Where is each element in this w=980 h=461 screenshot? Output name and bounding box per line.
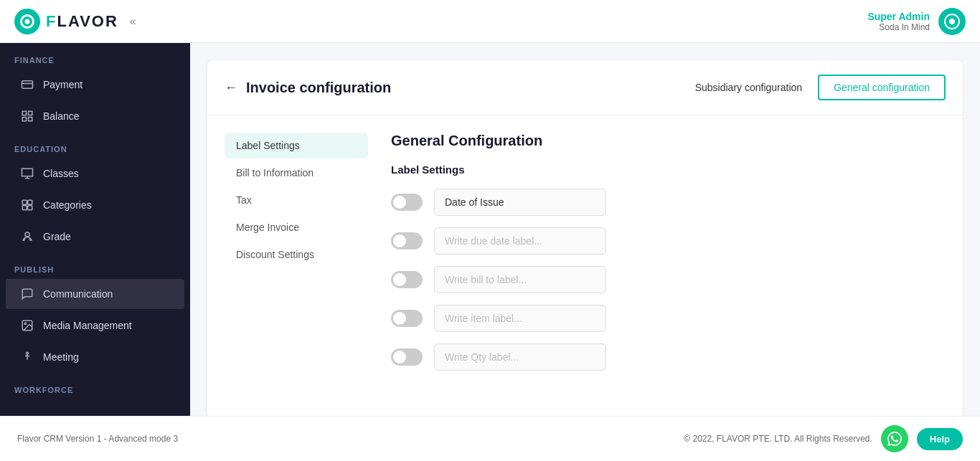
avatar xyxy=(938,8,966,35)
sidebar-item-grade-label: Grade xyxy=(43,231,71,242)
content-title: General Configuration xyxy=(391,133,946,149)
logo: FLAVOR xyxy=(14,9,118,34)
sidebar-item-meeting-label: Meeting xyxy=(43,351,79,363)
navbar-right: Super Admin Soda In Mind xyxy=(867,8,966,35)
input-qty[interactable] xyxy=(434,343,606,371)
svg-rect-4 xyxy=(22,118,26,121)
sidebar-item-classes-label: Classes xyxy=(43,168,79,179)
svg-rect-7 xyxy=(28,200,32,204)
section-label: Label Settings xyxy=(391,163,946,176)
svg-rect-2 xyxy=(22,111,26,115)
user-info: Super Admin Soda In Mind xyxy=(867,11,930,32)
page-title: Invoice configuration xyxy=(246,80,391,96)
toggle-qty[interactable] xyxy=(391,348,423,366)
config-header: ← Invoice configuration Subsidiary confi… xyxy=(207,60,963,115)
footer: Flavor CRM Version 1 - Advanced mode 3 ©… xyxy=(0,416,980,461)
sidebar-item-categories[interactable]: Categories xyxy=(6,190,184,220)
user-name: Super Admin xyxy=(867,11,930,22)
toggle-date-of-issue[interactable] xyxy=(391,194,423,211)
sidebar-item-balance[interactable]: Balance xyxy=(6,101,184,131)
toggle-bill-to[interactable] xyxy=(391,271,423,288)
svg-rect-0 xyxy=(22,81,33,89)
sidebar-item-balance-label: Balance xyxy=(43,110,80,122)
sidebar-item-meeting[interactable]: Meeting xyxy=(6,342,184,372)
config-content: General Configuration Label Settings xyxy=(368,133,946,382)
tab-general[interactable]: General configuration xyxy=(818,75,946,100)
navbar: FLAVOR « Super Admin Soda In Mind xyxy=(0,0,980,43)
back-button[interactable]: ← xyxy=(225,80,237,95)
sidebar-item-payment[interactable]: Payment xyxy=(6,70,184,100)
toggle-row-item xyxy=(391,305,946,332)
nav-item-merge-invoice[interactable]: Merge Invoice xyxy=(225,214,368,240)
tab-subsidiary[interactable]: Subsidiary configuration xyxy=(679,75,818,100)
config-card: ← Invoice configuration Subsidiary confi… xyxy=(207,60,963,416)
footer-right: © 2022, FLAVOR PTE. LTD. All Rights Rese… xyxy=(684,425,963,452)
svg-point-15 xyxy=(27,352,29,354)
help-button[interactable]: Help xyxy=(917,428,963,450)
nav-item-discount-settings[interactable]: Discount Settings xyxy=(225,242,368,267)
collapse-sidebar-icon[interactable]: « xyxy=(130,15,136,28)
sidebar-item-payment-label: Payment xyxy=(43,79,83,90)
input-date-of-issue[interactable] xyxy=(434,189,606,216)
logo-icon-inner xyxy=(20,14,34,29)
communication-icon xyxy=(20,287,34,301)
balance-icon xyxy=(20,109,34,123)
toggle-item[interactable] xyxy=(391,310,423,327)
sidebar-section-workforce: WORKFORCE xyxy=(0,373,190,399)
svg-rect-8 xyxy=(22,206,27,210)
user-company: Soda In Mind xyxy=(867,22,930,32)
svg-point-10 xyxy=(25,232,29,237)
footer-version-text: Flavor CRM Version 1 - Advanced mode 3 xyxy=(17,434,178,444)
svg-rect-6 xyxy=(22,200,27,204)
footer-copyright: © 2022, FLAVOR PTE. LTD. All Rights Rese… xyxy=(684,434,872,444)
sidebar-item-media-management[interactable]: Media Management xyxy=(6,310,184,341)
toggle-due-date[interactable] xyxy=(391,232,423,249)
classes-icon xyxy=(20,166,34,181)
logo-icon xyxy=(14,9,40,34)
input-bill-to[interactable] xyxy=(434,266,606,293)
sidebar-section-publish: PUBLISH xyxy=(0,252,190,278)
sidebar-section-education: EDUCATION xyxy=(0,132,190,158)
sidebar-item-grade[interactable]: Grade xyxy=(6,222,184,252)
sidebar-section-finance: FINANCE xyxy=(0,43,190,69)
sidebar-item-communication[interactable]: Communication xyxy=(6,279,184,309)
svg-rect-9 xyxy=(28,206,32,210)
input-item[interactable] xyxy=(434,305,606,332)
toggle-row-bill-to xyxy=(391,266,946,293)
config-nav: Label Settings Bill to Information Tax M… xyxy=(225,133,368,382)
toggle-row-due-date xyxy=(391,227,946,255)
nav-item-bill-to-information[interactable]: Bill to Information xyxy=(225,160,368,186)
toggle-row-date-of-issue xyxy=(391,189,946,216)
config-tabs: Subsidiary configuration General configu… xyxy=(679,75,946,100)
navbar-left: FLAVOR « xyxy=(14,9,136,34)
input-due-date[interactable] xyxy=(434,227,606,255)
sidebar-item-communication-label: Communication xyxy=(43,288,113,300)
toggle-row-qty xyxy=(391,343,946,371)
nav-item-tax[interactable]: Tax xyxy=(225,187,368,213)
media-icon xyxy=(20,318,34,333)
main-layout: FINANCE Payment Balance EDUCATION Classe… xyxy=(0,43,980,416)
grade-icon xyxy=(20,229,34,244)
content-area: ← Invoice configuration Subsidiary confi… xyxy=(190,43,980,416)
svg-point-14 xyxy=(24,323,26,324)
sidebar-item-classes[interactable]: Classes xyxy=(6,158,184,189)
svg-rect-5 xyxy=(29,118,32,121)
config-body: Label Settings Bill to Information Tax M… xyxy=(207,115,963,399)
sidebar-item-media-label: Media Management xyxy=(43,320,132,331)
credit-card-icon xyxy=(20,77,34,92)
whatsapp-button[interactable] xyxy=(881,425,908,452)
meeting-icon xyxy=(20,350,34,364)
categories-icon xyxy=(20,198,34,212)
svg-rect-3 xyxy=(29,111,32,115)
sidebar: FINANCE Payment Balance EDUCATION Classe… xyxy=(0,43,190,416)
nav-item-label-settings[interactable]: Label Settings xyxy=(225,133,368,158)
config-header-left: ← Invoice configuration xyxy=(225,80,391,96)
sidebar-item-categories-label: Categories xyxy=(43,199,92,211)
logo-text: FLAVOR xyxy=(46,12,118,31)
